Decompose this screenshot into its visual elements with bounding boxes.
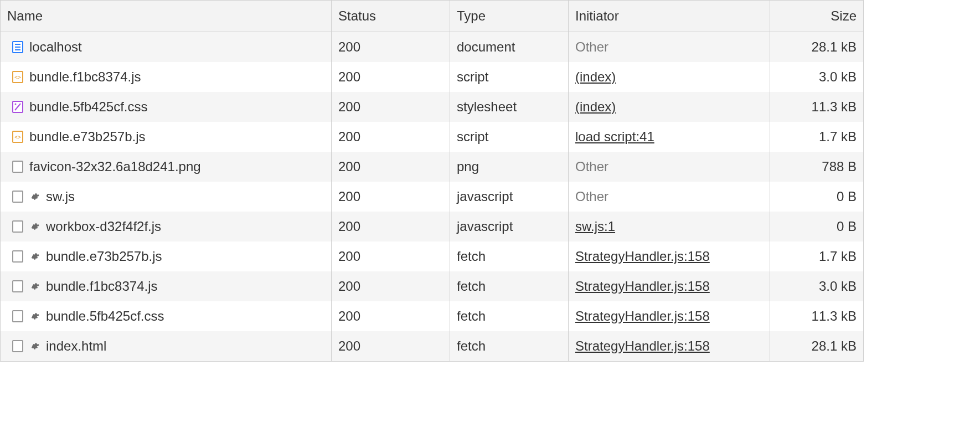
- initiator-link[interactable]: (index): [575, 99, 616, 115]
- cell-status: 200: [332, 212, 450, 241]
- cell-type: script: [450, 122, 569, 152]
- svg-text:<>: <>: [14, 74, 21, 80]
- cell-status: 200: [332, 331, 450, 361]
- svg-rect-12: [13, 191, 23, 202]
- cell-size: 1.7 kB: [770, 241, 863, 271]
- request-name: workbox-d32f4f2f.js: [46, 219, 161, 234]
- gear-icon: [29, 222, 40, 231]
- request-name: bundle.5fb425cf.css: [46, 308, 164, 324]
- cell-type: javascript: [450, 182, 569, 212]
- initiator-link[interactable]: StrategyHandler.js:158: [575, 338, 710, 354]
- gear-icon: [29, 342, 40, 351]
- cell-size: 0 B: [770, 212, 863, 241]
- svg-rect-11: [13, 161, 23, 172]
- blank-file-icon: [12, 250, 24, 263]
- table-row[interactable]: <>bundle.f1bc8374.js200script(index)3.0 …: [1, 62, 863, 92]
- cell-size: 28.1 kB: [770, 32, 863, 62]
- column-header-name[interactable]: Name: [1, 1, 332, 32]
- request-name: localhost: [29, 39, 82, 55]
- gear-icon: [29, 192, 40, 201]
- cell-size: 28.1 kB: [770, 331, 863, 361]
- request-name: bundle.f1bc8374.js: [46, 279, 158, 294]
- cell-status: 200: [332, 32, 450, 62]
- column-header-size[interactable]: Size: [770, 1, 863, 32]
- table-row[interactable]: <>bundle.e73b257b.js200scriptload script…: [1, 122, 863, 152]
- cell-size: 3.0 kB: [770, 62, 863, 92]
- svg-rect-17: [13, 341, 23, 352]
- column-header-initiator[interactable]: Initiator: [569, 1, 770, 32]
- svg-rect-16: [13, 311, 23, 322]
- cell-type: fetch: [450, 301, 569, 331]
- initiator-link[interactable]: sw.js:1: [575, 219, 615, 234]
- request-name: bundle.f1bc8374.js: [29, 69, 141, 85]
- cell-name: bundle.e73b257b.js: [1, 241, 332, 271]
- cell-type: fetch: [450, 241, 569, 271]
- cell-name: bundle.5fb425cf.css: [1, 92, 332, 122]
- initiator-link[interactable]: load script:41: [575, 129, 654, 145]
- table-row[interactable]: sw.js200javascriptOther0 B: [1, 182, 863, 212]
- initiator-text: Other: [575, 189, 608, 204]
- cell-initiator: Other: [569, 182, 770, 212]
- cell-initiator: sw.js:1: [569, 212, 770, 241]
- svg-text:<>: <>: [14, 134, 21, 140]
- request-name: bundle.5fb425cf.css: [29, 99, 147, 115]
- cell-initiator: load script:41: [569, 122, 770, 152]
- svg-rect-13: [13, 221, 23, 232]
- cell-status: 200: [332, 92, 450, 122]
- cell-initiator: (index): [569, 92, 770, 122]
- column-header-status[interactable]: Status: [332, 1, 450, 32]
- cell-initiator: StrategyHandler.js:158: [569, 301, 770, 331]
- gear-icon: [29, 282, 40, 291]
- cell-type: stylesheet: [450, 92, 569, 122]
- initiator-link[interactable]: StrategyHandler.js:158: [575, 308, 710, 324]
- initiator-text: Other: [575, 39, 608, 55]
- blank-file-icon: [12, 340, 24, 352]
- initiator-link[interactable]: (index): [575, 69, 616, 85]
- blank-file-icon: [12, 191, 24, 203]
- cell-type: javascript: [450, 212, 569, 241]
- cell-type: fetch: [450, 271, 569, 301]
- request-name: index.html: [46, 338, 106, 354]
- blank-file-icon: [12, 220, 24, 233]
- cell-initiator: StrategyHandler.js:158: [569, 271, 770, 301]
- table-header-row: Name Status Type Initiator Size: [1, 1, 863, 32]
- svg-rect-14: [13, 251, 23, 262]
- table-row[interactable]: localhost200documentOther28.1 kB: [1, 32, 863, 62]
- cell-name: localhost: [1, 32, 332, 62]
- cell-status: 200: [332, 271, 450, 301]
- cell-status: 200: [332, 152, 450, 182]
- table-row[interactable]: bundle.e73b257b.js200fetchStrategyHandle…: [1, 241, 863, 271]
- cell-size: 0 B: [770, 182, 863, 212]
- cell-type: document: [450, 32, 569, 62]
- css-file-icon: [12, 101, 24, 113]
- cell-size: 1.7 kB: [770, 122, 863, 152]
- gear-icon: [29, 252, 40, 261]
- request-name: bundle.e73b257b.js: [29, 129, 146, 145]
- svg-rect-15: [13, 281, 23, 292]
- cell-type: fetch: [450, 331, 569, 361]
- cell-name: bundle.5fb425cf.css: [1, 301, 332, 331]
- cell-initiator: Other: [569, 152, 770, 182]
- network-requests-table: Name Status Type Initiator Size localhos…: [0, 0, 864, 362]
- table-row[interactable]: favicon-32x32.6a18d241.png200pngOther788…: [1, 152, 863, 182]
- column-header-type[interactable]: Type: [450, 1, 569, 32]
- request-name: favicon-32x32.6a18d241.png: [29, 159, 201, 174]
- blank-file-icon: [12, 280, 24, 292]
- initiator-link[interactable]: StrategyHandler.js:158: [575, 249, 710, 264]
- table-row[interactable]: index.html200fetchStrategyHandler.js:158…: [1, 331, 863, 361]
- cell-type: png: [450, 152, 569, 182]
- cell-initiator: StrategyHandler.js:158: [569, 331, 770, 361]
- table-row[interactable]: workbox-d32f4f2f.js200javascriptsw.js:10…: [1, 212, 863, 241]
- request-name: sw.js: [46, 189, 75, 204]
- js-file-icon: <>: [12, 71, 24, 83]
- cell-initiator: StrategyHandler.js:158: [569, 241, 770, 271]
- initiator-link[interactable]: StrategyHandler.js:158: [575, 279, 710, 294]
- cell-name: bundle.f1bc8374.js: [1, 271, 332, 301]
- cell-initiator: Other: [569, 32, 770, 62]
- blank-file-icon: [12, 310, 24, 322]
- cell-name: <>bundle.e73b257b.js: [1, 122, 332, 152]
- table-row[interactable]: bundle.f1bc8374.js200fetchStrategyHandle…: [1, 271, 863, 301]
- cell-name: sw.js: [1, 182, 332, 212]
- table-row[interactable]: bundle.5fb425cf.css200stylesheet(index)1…: [1, 92, 863, 122]
- table-row[interactable]: bundle.5fb425cf.css200fetchStrategyHandl…: [1, 301, 863, 331]
